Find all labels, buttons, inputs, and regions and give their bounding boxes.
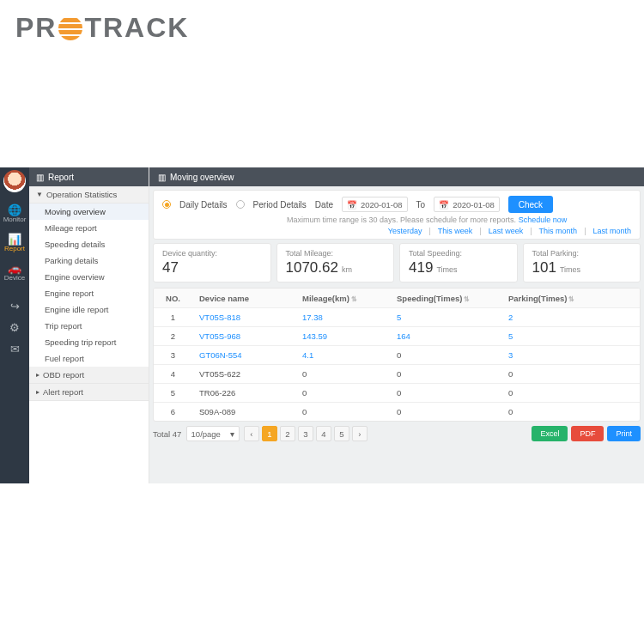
total-label: Total 47 xyxy=(153,429,181,439)
tree-item[interactable]: Engine report xyxy=(29,285,149,301)
table-row: 2VT05S-968143.591645 xyxy=(154,326,640,345)
bar-chart-icon: ▥ xyxy=(158,173,166,182)
page-button[interactable]: 3 xyxy=(298,426,313,441)
page-next-button[interactable]: › xyxy=(352,426,368,441)
range-link[interactable]: Yesterday xyxy=(388,227,422,235)
main-title: ▥ Moving overview xyxy=(149,167,644,186)
stat-card: Total Parking:101Times xyxy=(523,243,641,283)
device-name: VT05S-622 xyxy=(192,369,295,379)
monitor-icon: 🌐 xyxy=(8,204,21,216)
stat-card: Device quantity:47 xyxy=(153,243,271,283)
radio-daily[interactable] xyxy=(162,200,171,209)
logo-mark-icon xyxy=(58,16,82,40)
device-icon: 🚗 xyxy=(8,263,21,274)
col-header[interactable]: Mileage(km)⇅ xyxy=(295,294,390,303)
page-prev-button[interactable]: ‹ xyxy=(244,426,259,441)
tree-group[interactable]: ▼Operation Statistics xyxy=(29,186,149,204)
print-button[interactable]: Print xyxy=(607,426,641,441)
date-from-input[interactable]: 📅 2020-01-08 xyxy=(342,197,408,212)
page-button[interactable]: 1 xyxy=(262,426,277,441)
calendar-icon: 📅 xyxy=(439,200,449,210)
nav-monitor[interactable]: 🌐Monitor xyxy=(0,199,29,228)
schedule-now-link[interactable]: Schedule now xyxy=(519,216,568,224)
tree-item[interactable]: Parking details xyxy=(29,252,149,269)
tree-item[interactable]: Moving overview xyxy=(29,204,149,220)
tree-item[interactable]: Fuel report xyxy=(29,350,149,367)
device-name: S09A-089 xyxy=(192,407,295,416)
page-button[interactable]: 4 xyxy=(316,426,331,441)
sort-icon: ⇅ xyxy=(351,295,357,303)
tree-item[interactable]: Speeding details xyxy=(29,236,149,252)
col-header[interactable]: Speeding(Times)⇅ xyxy=(390,294,501,303)
tree-item[interactable]: Trip report xyxy=(29,318,149,334)
radio-period[interactable] xyxy=(236,200,245,209)
bar-chart-icon: ▥ xyxy=(36,173,44,182)
sort-icon: ⇅ xyxy=(464,295,470,303)
page-button[interactable]: 5 xyxy=(334,426,349,441)
report-side-panel: ▥ Report ▼Operation StatisticsMoving ove… xyxy=(29,167,149,483)
tree-group[interactable]: ▸Alert report xyxy=(29,384,149,401)
radio-daily-label: Daily Details xyxy=(179,200,228,210)
page-button[interactable]: 2 xyxy=(280,426,295,441)
table-row: 5TR06-226000 xyxy=(154,383,640,402)
radio-period-label: Period Details xyxy=(253,200,307,210)
table-row: 3GT06N-5544.103 xyxy=(154,345,640,364)
chevron-down-icon: ▾ xyxy=(230,429,234,439)
tree-group[interactable]: ▸OBD report xyxy=(29,367,149,384)
tree-item[interactable]: Speeding trip report xyxy=(29,334,149,350)
date-label: Date xyxy=(315,200,333,210)
range-link[interactable]: This month xyxy=(539,227,578,235)
report-icon: 📊 xyxy=(8,234,21,245)
caret-icon: ▼ xyxy=(36,191,43,198)
side-panel-title: ▥ Report xyxy=(29,167,149,186)
date-to-input[interactable]: 📅 2020-01-08 xyxy=(434,197,500,212)
footer-icon-1[interactable]: ⚙ xyxy=(0,317,29,338)
range-link[interactable]: Last week xyxy=(489,227,524,235)
tree-item[interactable]: Engine idle report xyxy=(29,301,149,318)
device-name[interactable]: GT06N-554 xyxy=(192,350,295,360)
table-row: 4VT05S-622000 xyxy=(154,364,640,383)
data-table: NO.Device nameMileage(km)⇅Speeding(Times… xyxy=(153,288,641,422)
stat-card: Total Speeding:419Times xyxy=(399,243,518,283)
table-row: 1VT05S-81817.3852 xyxy=(154,307,640,326)
col-header[interactable]: Parking(Times)⇅ xyxy=(501,294,640,303)
check-button[interactable]: Check xyxy=(508,196,553,213)
device-name[interactable]: VT05S-818 xyxy=(192,313,295,322)
range-link[interactable]: Last month xyxy=(592,227,631,235)
export-pdf-button[interactable]: PDF xyxy=(571,426,604,441)
tree-item[interactable]: Mileage report xyxy=(29,220,149,236)
page-size-select[interactable]: 10/page ▾ xyxy=(186,426,240,441)
footer-icon-0[interactable]: ↪ xyxy=(0,295,29,317)
nav-iconbar: 🌐Monitor📊Report🚗Device ↪⚙✉ xyxy=(0,167,29,483)
filter-toolbar: Daily Details Period Details Date 📅 2020… xyxy=(153,190,641,240)
avatar[interactable] xyxy=(3,170,26,192)
col-header[interactable]: NO. xyxy=(154,294,192,303)
brand-logo: PRTRACK xyxy=(0,0,644,51)
filter-note: Maximum time range is 30 days. Please sc… xyxy=(162,216,631,224)
stat-card: Total Mileage:1070.62km xyxy=(276,243,395,283)
device-name: TR06-226 xyxy=(192,388,295,398)
nav-report[interactable]: 📊Report xyxy=(0,228,29,258)
device-name[interactable]: VT05S-968 xyxy=(192,331,295,341)
tree-item[interactable]: Engine overview xyxy=(29,269,149,285)
to-label: To xyxy=(416,200,426,210)
calendar-icon: 📅 xyxy=(347,200,357,210)
nav-device[interactable]: 🚗Device xyxy=(0,258,29,287)
export-excel-button[interactable]: Excel xyxy=(532,426,568,441)
caret-icon: ▸ xyxy=(36,371,39,379)
col-header[interactable]: Device name xyxy=(192,294,295,303)
sort-icon: ⇅ xyxy=(568,295,574,303)
range-link[interactable]: This week xyxy=(438,227,473,235)
caret-icon: ▸ xyxy=(36,388,39,396)
table-row: 6S09A-089000 xyxy=(154,402,640,421)
footer-icon-2[interactable]: ✉ xyxy=(0,338,29,360)
